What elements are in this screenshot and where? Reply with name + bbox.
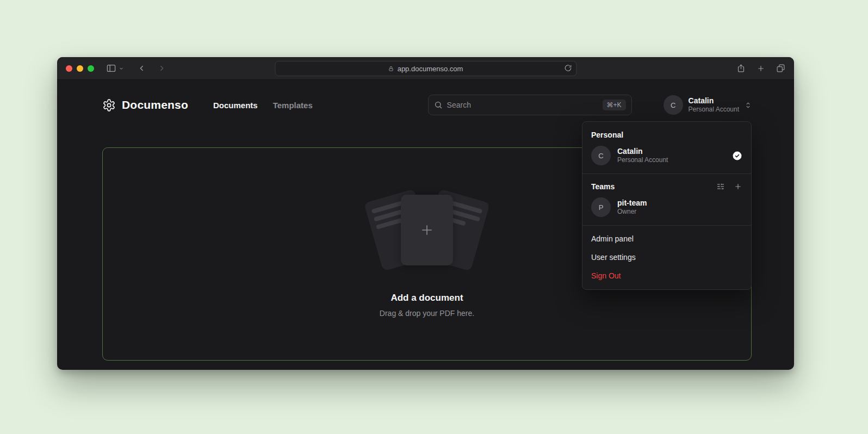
manage-teams-icon[interactable] [716, 182, 725, 191]
menu-item-sign-out[interactable]: Sign Out [582, 266, 751, 285]
menu-divider [582, 225, 751, 226]
personal-account-item[interactable]: C Catalin Personal Account [582, 141, 751, 170]
url-text: app.documenso.com [398, 65, 463, 73]
account-menu-button[interactable]: C Catalin Personal Account [664, 95, 752, 115]
share-icon[interactable] [736, 64, 746, 73]
team-avatar: P [591, 197, 611, 217]
search-box[interactable]: ⌘+K [428, 95, 632, 115]
tab-overview-icon[interactable] [776, 64, 785, 73]
add-team-icon[interactable] [734, 182, 742, 191]
lock-icon [388, 66, 394, 72]
zoom-window-button[interactable] [88, 65, 94, 72]
nav-links: Documents Templates [213, 101, 313, 110]
avatar: C [664, 95, 683, 115]
check-circle-icon [732, 151, 742, 161]
menu-divider [582, 173, 751, 174]
team-item[interactable]: P pit-team Owner [582, 193, 751, 221]
url-bar[interactable]: app.documenso.com [275, 61, 576, 76]
team-name: pit-team [617, 198, 742, 208]
personal-section-label: Personal [582, 125, 751, 141]
forward-icon[interactable] [157, 64, 166, 73]
account-type: Personal Account [689, 106, 739, 114]
app-navbar: Documenso Documents Templates ⌘+K C Cata… [57, 80, 794, 116]
back-icon[interactable] [137, 64, 146, 73]
teams-section-label: Teams [591, 182, 716, 191]
account-name: Catalin [689, 96, 739, 106]
sidebar-chevron-down-icon[interactable] [119, 66, 124, 71]
team-role: Owner [617, 208, 742, 216]
search-input[interactable] [447, 101, 598, 109]
close-window-button[interactable] [66, 65, 72, 72]
dropzone-subtitle: Drag & drop your PDF here. [380, 309, 474, 318]
reload-icon[interactable] [564, 64, 572, 72]
new-tab-icon[interactable] [757, 64, 765, 73]
menu-item-user-settings[interactable]: User settings [582, 248, 751, 266]
brand[interactable]: Documenso [102, 98, 188, 112]
personal-account-name: Catalin [617, 146, 726, 156]
traffic-lights [66, 65, 94, 72]
dropzone-title: Add a document [390, 293, 463, 303]
browser-window: app.documenso.com Documenso [57, 57, 794, 370]
brand-name: Documenso [122, 98, 188, 111]
search-icon [434, 101, 443, 109]
chevron-updown-icon [745, 102, 752, 109]
menu-item-admin-panel[interactable]: Admin panel [582, 230, 751, 248]
personal-account-type: Personal Account [617, 156, 726, 165]
nav-item-templates[interactable]: Templates [273, 101, 313, 110]
browser-titlebar: app.documenso.com [57, 57, 794, 80]
account-dropdown-menu: Personal C Catalin Personal Account Team… [582, 121, 752, 290]
add-document-plus-icon [419, 222, 435, 238]
avatar: C [591, 146, 611, 165]
sidebar-toggle-icon[interactable] [106, 63, 116, 73]
minimize-window-button[interactable] [77, 65, 83, 72]
document-card-front [401, 195, 453, 265]
documenso-logo-icon [102, 98, 116, 112]
search-shortcut-badge: ⌘+K [603, 100, 626, 110]
app-content: Documenso Documents Templates ⌘+K C Cata… [57, 80, 794, 370]
document-cards-illustration [359, 190, 495, 271]
nav-item-documents[interactable]: Documents [213, 101, 258, 110]
